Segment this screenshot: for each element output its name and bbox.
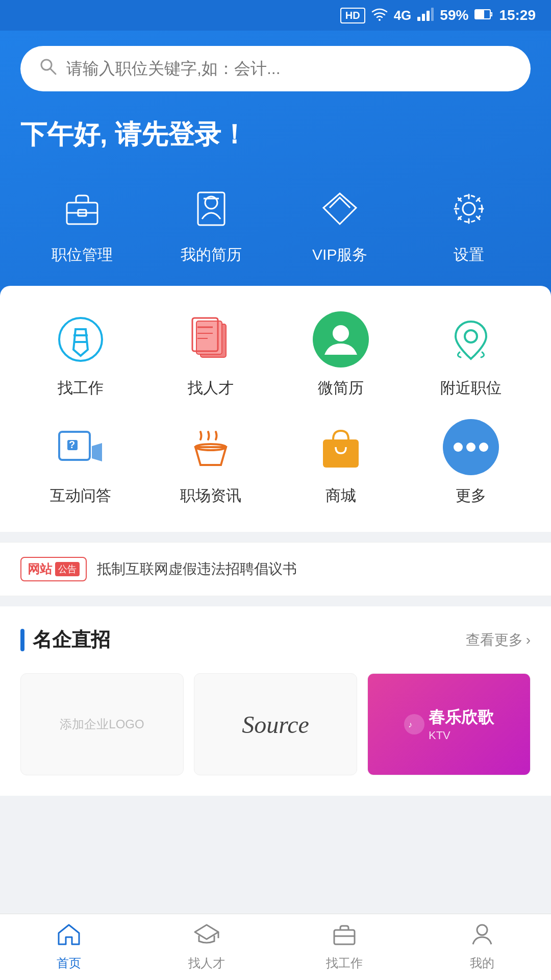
func-qa[interactable]: ? 互动问答 [20,419,140,506]
func-find-talent[interactable]: 找人才 [151,311,270,399]
dots-icon [443,419,499,475]
svg-rect-40 [334,930,355,944]
svg-rect-4 [431,8,434,21]
search-bar[interactable] [20,46,531,91]
header-section: 下午好, 请先登录！ 职位管理 [0,31,551,296]
svg-point-33 [454,443,463,452]
micro-resume-label: 微简历 [318,378,364,399]
job-manage-label: 职位管理 [52,244,113,265]
ktv-card: ♪ 春乐欣歌 KTV [368,674,530,775]
function-grid-section: 找工作 找人才 [0,286,551,532]
nearby-jobs-label: 附近职位 [440,378,502,399]
section-title: 名企直招 [20,627,110,653]
source-logo: Source [242,710,309,739]
mall-label: 商城 [325,485,356,506]
company-card-2[interactable]: Source [194,673,357,775]
status-icons: HD 4G 59% [340,7,536,24]
time-label: 15:29 [499,7,536,23]
svg-rect-2 [422,14,425,21]
gear-icon [443,183,494,234]
companies-section: 名企直招 查看更多 › 添加企业LOGO Source [0,606,551,796]
my-resume-label: 我的简历 [181,244,242,265]
bag-icon [313,419,369,475]
briefcase-nav-icon [332,923,357,951]
nav-find-job[interactable]: 找工作 [276,923,413,971]
home-label: 首页 [57,955,81,971]
resume-icon [186,183,237,234]
top-nav-settings[interactable]: 设置 [407,183,531,265]
announcement-bar[interactable]: 网站 公告 抵制互联网虚假违法招聘倡议书 [0,542,551,596]
signal-icon [417,7,434,24]
companies-title-text: 名企直招 [33,627,110,653]
top-nav-my-resume[interactable]: 我的简历 [149,183,273,265]
tie-icon [53,311,109,368]
view-more-text: 查看更多 [466,630,523,650]
resume-stack-icon [183,311,239,368]
svg-rect-1 [417,17,420,21]
svg-point-42 [477,925,487,935]
question-icon: ? [53,419,109,475]
title-blue-bar [20,629,24,651]
battery-label: 59% [440,7,468,23]
svg-point-34 [466,443,475,452]
status-bar: HD 4G 59% [0,0,551,31]
find-talent-label: 找人才 [188,378,234,399]
svg-line-8 [50,68,56,74]
func-mall[interactable]: 商城 [281,419,400,506]
company-cards: 添加企业LOGO Source ♪ 春乐欣歌 KTV [20,673,531,775]
svg-point-35 [479,443,488,452]
badge-main-text: 网站 [28,561,52,577]
qa-label: 互动问答 [50,485,111,506]
diamond-icon [314,183,365,234]
nav-my[interactable]: 我的 [413,923,551,971]
bottom-nav: 首页 找人才 找工作 [0,914,551,980]
ktv-sub-label: KTV [429,729,494,742]
svg-point-36 [404,714,424,734]
home-icon [57,923,81,951]
my-nav-label: 我的 [470,955,494,971]
svg-rect-6 [475,10,484,18]
workplace-news-label: 职场资讯 [180,485,241,506]
top-nav: 职位管理 我的简历 [20,183,531,265]
vip-label: VIP服务 [312,244,367,265]
coffee-icon [183,419,239,475]
battery-icon [474,7,493,23]
find-job-label: 找工作 [58,378,104,399]
svg-rect-3 [427,11,430,21]
announcement-text: 抵制互联网虚假违法招聘倡议书 [97,559,297,579]
func-workplace-news[interactable]: 职场资讯 [151,419,270,506]
company-card-3[interactable]: ♪ 春乐欣歌 KTV [367,673,531,775]
person-circle-icon [313,311,369,368]
nav-home[interactable]: 首页 [0,923,138,971]
briefcase-icon [57,183,108,234]
section-header: 名企直招 查看更多 › [20,627,531,653]
greeting-text: 下午好, 请先登录！ [20,117,531,153]
badge-sub-text: 公告 [55,562,80,576]
nav-find-talent[interactable]: 找人才 [138,923,276,971]
top-nav-job-manage[interactable]: 职位管理 [20,183,144,265]
func-nearby-jobs[interactable]: 附近职位 [411,311,531,399]
company-card-1[interactable]: 添加企业LOGO [20,673,184,775]
find-job-nav-label: 找工作 [326,955,363,971]
svg-text:♪: ♪ [408,720,412,729]
graduation-icon [194,923,219,951]
wifi-icon [371,7,388,24]
svg-point-26 [333,325,349,341]
ktv-name: 春乐欣歌 [429,706,494,729]
find-talent-nav-label: 找人才 [188,955,225,971]
search-input[interactable] [66,59,512,78]
view-more-button[interactable]: 查看更多 › [466,630,531,650]
svg-point-0 [379,19,381,21]
company-logo-placeholder: 添加企业LOGO [60,716,144,732]
top-nav-vip[interactable]: VIP服务 [278,183,402,265]
signal-label: 4G [394,8,412,23]
func-micro-resume[interactable]: 微简历 [281,311,400,399]
func-find-job[interactable]: 找工作 [20,311,140,399]
svg-point-16 [463,203,475,215]
func-grid: 找工作 找人才 [20,311,531,506]
chevron-right-icon: › [526,632,531,648]
map-pin-icon [443,311,499,368]
svg-text:?: ? [69,439,75,450]
person-icon [471,923,493,951]
func-more[interactable]: 更多 [411,419,531,506]
